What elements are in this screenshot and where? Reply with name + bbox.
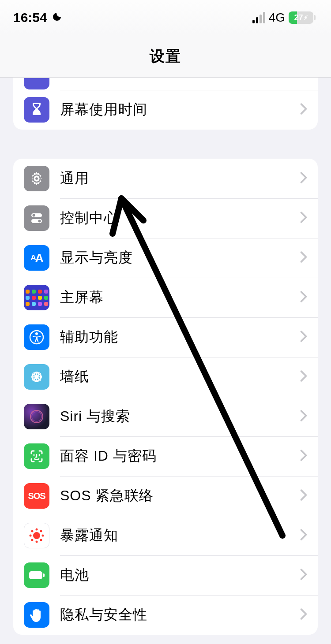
toggles-icon	[24, 205, 49, 231]
chevron-right-icon	[300, 103, 307, 116]
settings-group-2: 通用 控制中心 AA 显示与亮度	[13, 159, 318, 635]
row-label: 主屏幕	[60, 288, 300, 307]
svg-point-24	[40, 530, 42, 532]
chevron-right-icon	[300, 370, 307, 383]
row-label: 暴露通知	[60, 526, 300, 545]
status-bar: 16:54 4G 27⚡︎	[0, 0, 331, 35]
exposure-icon	[24, 523, 49, 548]
svg-point-1	[33, 214, 35, 217]
network-label: 4G	[269, 11, 285, 25]
row-control-center[interactable]: 控制中心	[13, 198, 318, 238]
row-label: Siri 与搜索	[60, 407, 300, 426]
chevron-right-icon	[300, 529, 307, 542]
chevron-right-icon	[300, 172, 307, 185]
svg-point-17	[32, 412, 41, 421]
row-accessibility[interactable]: 辅助功能	[13, 317, 318, 357]
siri-icon	[24, 404, 49, 429]
row-exposure-notifications[interactable]: 暴露通知	[13, 516, 318, 555]
row-label: 隐私与安全性	[60, 605, 300, 625]
svg-point-22	[42, 535, 44, 537]
chevron-right-icon	[300, 251, 307, 264]
row-screen-time[interactable]: 屏幕使用时间	[13, 90, 318, 130]
row-label: 控制中心	[60, 208, 300, 228]
row-label: 面容 ID 与密码	[60, 447, 300, 466]
chevron-right-icon	[300, 331, 307, 344]
svg-point-26	[40, 539, 42, 541]
hourglass-icon	[24, 97, 49, 123]
face-id-icon	[24, 443, 49, 469]
row-privacy-security[interactable]: 隐私与安全性	[13, 595, 318, 635]
chevron-right-icon	[300, 410, 307, 423]
text-size-icon: AA	[24, 245, 49, 271]
row-general[interactable]: 通用	[13, 159, 318, 198]
svg-point-21	[30, 535, 32, 537]
svg-point-25	[31, 539, 34, 541]
row-label: 墙纸	[60, 367, 300, 387]
svg-point-18	[33, 532, 40, 539]
svg-point-5	[35, 332, 38, 335]
row-siri-search[interactable]: Siri 与搜索	[13, 397, 318, 436]
svg-point-20	[36, 541, 38, 543]
battery-icon	[24, 562, 49, 588]
battery-indicator: 27⚡︎	[289, 11, 313, 24]
svg-point-3	[38, 220, 41, 223]
accessibility-icon	[24, 324, 49, 350]
row-home-screen[interactable]: 主屏幕	[13, 278, 318, 317]
row-label: 电池	[60, 566, 300, 585]
row-battery[interactable]: 电池	[13, 555, 318, 595]
row-cutoff	[13, 78, 318, 90]
hand-icon	[24, 602, 49, 628]
row-wallpaper[interactable]: 墙纸	[13, 357, 318, 397]
chevron-right-icon	[300, 291, 307, 304]
chevron-right-icon	[300, 569, 307, 582]
gear-icon	[24, 166, 49, 191]
chevron-right-icon	[300, 489, 307, 503]
row-label: 显示与亮度	[60, 248, 300, 268]
svg-point-16	[28, 408, 45, 425]
dnd-moon-icon	[52, 11, 62, 24]
row-label: SOS 紧急联络	[60, 486, 300, 506]
row-face-id-passcode[interactable]: 面容 ID 与密码	[13, 436, 318, 476]
cellular-signal-icon	[252, 12, 265, 23]
row-label: 屏幕使用时间	[60, 100, 300, 119]
svg-rect-27	[29, 571, 42, 579]
row-label: 辅助功能	[60, 328, 300, 347]
chevron-right-icon	[300, 608, 307, 622]
settings-group-1: 屏幕使用时间	[13, 78, 318, 130]
svg-rect-28	[43, 573, 45, 577]
chevron-right-icon	[300, 450, 307, 463]
row-label: 通用	[60, 169, 300, 188]
status-time: 16:54	[13, 10, 47, 25]
svg-point-23	[31, 530, 34, 532]
sos-icon: SOS	[24, 483, 49, 509]
row-display-brightness[interactable]: AA 显示与亮度	[13, 238, 318, 278]
page-title: 设置	[0, 35, 331, 78]
chevron-right-icon	[300, 212, 307, 225]
cutoff-icon	[24, 78, 49, 89]
app-grid-icon	[24, 285, 49, 310]
row-emergency-sos[interactable]: SOS SOS 紧急联络	[13, 476, 318, 516]
wallpaper-icon	[24, 364, 49, 390]
svg-point-19	[36, 529, 38, 531]
